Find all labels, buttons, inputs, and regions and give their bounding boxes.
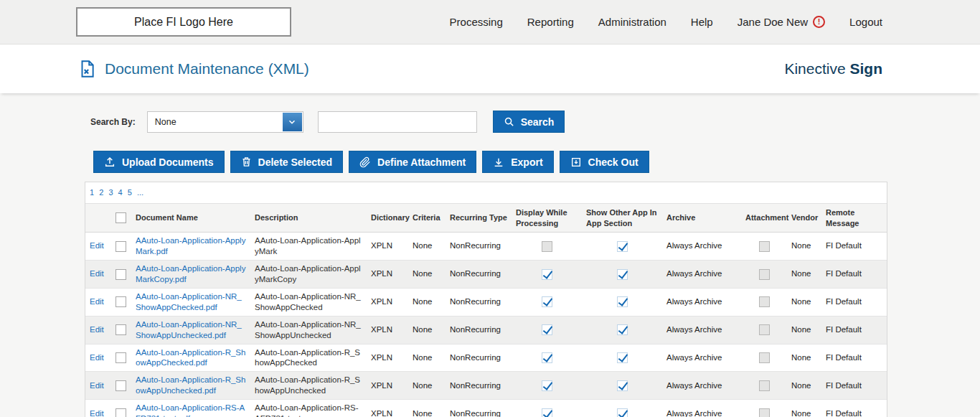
- page-link-4[interactable]: 4: [118, 188, 123, 197]
- recurring-type-cell: NonRecurring: [446, 260, 512, 288]
- archive-cell: Always Archive: [662, 316, 741, 344]
- table-row: Edit AAuto-Loan-Application-ApplyMarkCop…: [85, 260, 887, 288]
- edit-link[interactable]: Edit: [90, 241, 104, 250]
- document-name-link[interactable]: AAuto-Loan-Application-ApplyMarkCopy.pdf: [136, 264, 245, 284]
- row-select-checkbox[interactable]: [116, 380, 126, 391]
- nav-administration[interactable]: Administration: [598, 16, 666, 28]
- nav-reporting[interactable]: Reporting: [527, 16, 574, 28]
- row-select-checkbox[interactable]: [116, 296, 126, 307]
- header-criteria: Criteria: [408, 204, 446, 233]
- vendor-cell: None: [787, 288, 821, 316]
- attachment-checkbox[interactable]: [759, 241, 770, 252]
- document-name-link[interactable]: AAuto-Loan-Application-R_ShowAppUnchecke…: [136, 375, 245, 395]
- select-all-checkbox[interactable]: [116, 212, 126, 223]
- edit-link[interactable]: Edit: [90, 381, 104, 390]
- archive-cell: Always Archive: [662, 400, 741, 417]
- display-while-processing-checkbox[interactable]: [542, 408, 552, 417]
- edit-link[interactable]: Edit: [90, 297, 104, 306]
- define-attachment-label: Define Attachment: [377, 156, 466, 168]
- show-other-app-checkbox[interactable]: [617, 296, 628, 307]
- description-cell: AAuto-Loan-Application-NR_ShowAppChecked: [250, 288, 367, 316]
- description-cell: AAuto-Loan-Application-NR_ShowAppUncheck…: [250, 316, 367, 344]
- toolbar: Upload Documents Delete Selected Define …: [93, 151, 980, 173]
- header-dictionary: Dictionary: [367, 204, 408, 233]
- description-cell: AAuto-Loan-Application-ApplyMark: [250, 233, 367, 261]
- attachment-checkbox[interactable]: [759, 296, 770, 307]
- attachment-checkbox[interactable]: [759, 352, 770, 363]
- show-other-app-checkbox[interactable]: [617, 269, 628, 280]
- page-link-1[interactable]: 1: [90, 188, 94, 197]
- page-link-2[interactable]: 2: [99, 188, 103, 197]
- document-name-link[interactable]: AAuto-Loan-Application-NR_ShowAppChecked…: [136, 292, 242, 311]
- edit-link[interactable]: Edit: [90, 325, 104, 334]
- edit-link[interactable]: Edit: [90, 269, 104, 278]
- delete-selected-button[interactable]: Delete Selected: [230, 151, 344, 173]
- show-other-app-checkbox[interactable]: [617, 324, 628, 335]
- show-other-app-checkbox[interactable]: [617, 352, 628, 363]
- header-show-other-app: Show Other App In App Section: [582, 204, 662, 233]
- vendor-cell: None: [787, 344, 821, 372]
- attachment-checkbox[interactable]: [759, 269, 770, 280]
- check-out-button[interactable]: Check Out: [560, 151, 649, 173]
- display-while-processing-checkbox[interactable]: [542, 269, 552, 280]
- attachment-checkbox[interactable]: [759, 408, 770, 417]
- search-icon: [504, 116, 514, 127]
- edit-link[interactable]: Edit: [90, 353, 104, 362]
- nav-help[interactable]: Help: [691, 16, 713, 28]
- row-select-checkbox[interactable]: [116, 241, 126, 252]
- fi-logo-text: Place FI Logo Here: [134, 16, 233, 29]
- recurring-type-cell: NonRecurring: [446, 288, 512, 316]
- attachment-checkbox[interactable]: [759, 324, 770, 335]
- criteria-cell: None: [408, 260, 446, 288]
- vendor-cell: None: [787, 233, 821, 261]
- remote-message-cell: FI Default: [821, 288, 887, 316]
- recurring-type-cell: NonRecurring: [446, 400, 512, 417]
- search-input[interactable]: [318, 111, 477, 133]
- nav-user[interactable]: Jane Doe New !: [738, 16, 825, 28]
- remote-message-cell: FI Default: [821, 316, 887, 344]
- document-name-link[interactable]: AAuto-Loan-Application-NR_ShowAppUncheck…: [136, 320, 242, 339]
- row-select-checkbox[interactable]: [116, 408, 126, 417]
- display-while-processing-checkbox[interactable]: [542, 296, 552, 307]
- documents-table: Document Name Description Dictionary Cri…: [85, 203, 887, 417]
- chevron-down-icon[interactable]: [283, 113, 302, 131]
- show-other-app-checkbox[interactable]: [617, 380, 628, 391]
- row-select-checkbox[interactable]: [116, 324, 126, 335]
- page-link-more[interactable]: ...: [137, 188, 143, 197]
- header-description: Description: [250, 204, 367, 233]
- edit-link[interactable]: Edit: [90, 409, 104, 417]
- criteria-cell: None: [408, 316, 446, 344]
- page-title: Document Maintenance (XML): [105, 60, 309, 78]
- remote-message-cell: FI Default: [821, 372, 887, 400]
- header-edit-spacer: [85, 204, 111, 233]
- recurring-type-cell: NonRecurring: [446, 233, 512, 261]
- display-while-processing-checkbox[interactable]: [542, 324, 552, 335]
- show-other-app-checkbox[interactable]: [617, 408, 628, 417]
- display-while-processing-checkbox[interactable]: [542, 380, 552, 391]
- define-attachment-button[interactable]: Define Attachment: [349, 151, 476, 173]
- export-button[interactable]: Export: [482, 151, 553, 173]
- document-name-link[interactable]: AAuto-Loan-Application-RS-AFD731-test.pd…: [136, 403, 245, 417]
- upload-documents-button[interactable]: Upload Documents: [93, 151, 225, 173]
- show-other-app-checkbox[interactable]: [617, 241, 628, 252]
- recurring-type-cell: NonRecurring: [446, 372, 512, 400]
- display-while-processing-checkbox[interactable]: [542, 352, 552, 363]
- description-cell: AAuto-Loan-Application-RS-AFD731-test: [250, 400, 367, 417]
- nav-processing[interactable]: Processing: [450, 16, 503, 28]
- attachment-checkbox[interactable]: [759, 380, 770, 391]
- document-name-link[interactable]: AAuto-Loan-Application-R_ShowAppChecked.…: [136, 348, 245, 367]
- page-link-5[interactable]: 5: [128, 188, 132, 197]
- nav-logout[interactable]: Logout: [849, 16, 882, 28]
- search-by-dropdown[interactable]: None: [147, 111, 303, 133]
- row-select-checkbox[interactable]: [116, 269, 126, 280]
- recurring-type-cell: NonRecurring: [446, 316, 512, 344]
- upload-documents-label: Upload Documents: [122, 156, 214, 168]
- search-button[interactable]: Search: [493, 111, 565, 133]
- alert-icon[interactable]: !: [813, 16, 825, 28]
- criteria-cell: None: [408, 233, 446, 261]
- display-while-processing-checkbox[interactable]: [542, 241, 552, 252]
- row-select-checkbox[interactable]: [116, 352, 126, 363]
- trash-icon: [241, 156, 252, 167]
- document-name-link[interactable]: AAuto-Loan-Application-ApplyMark.pdf: [136, 236, 245, 256]
- page-link-3[interactable]: 3: [108, 188, 113, 197]
